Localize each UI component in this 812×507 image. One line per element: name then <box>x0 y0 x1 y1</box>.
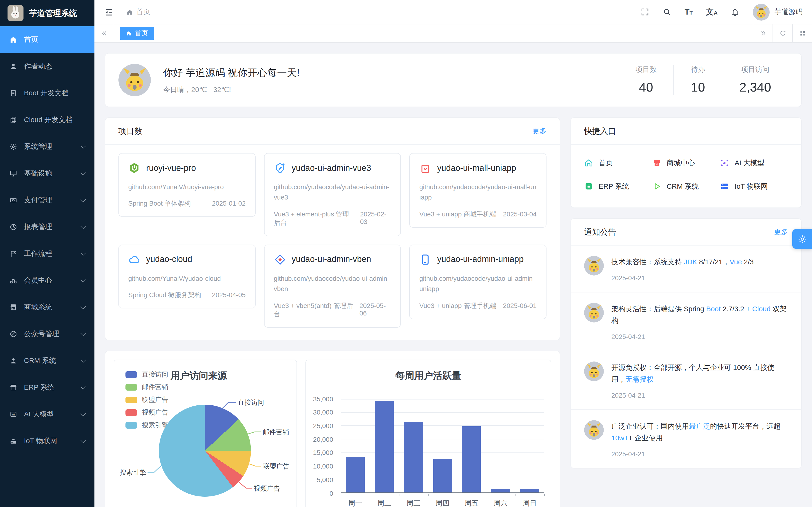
sidebar-item-mall[interactable]: 商城系统 <box>0 294 94 321</box>
project-card-yudao-cloud[interactable]: yudao-cloud github.com/YunaiV/yudao-clou… <box>118 244 255 308</box>
sidebar-item-author[interactable]: 作者动态 <box>0 53 94 80</box>
quick-item-iot[interactable]: IoT 物联网 <box>720 175 788 198</box>
legend-item[interactable]: 邮件营销 <box>125 383 168 391</box>
bicycle-icon <box>9 277 17 284</box>
sidebar-item-iot[interactable]: IoT 物联网 <box>0 428 94 454</box>
sidebar-item-payment[interactable]: 支付管理 <box>0 187 94 214</box>
sidebar-item-system[interactable]: 系统管理 <box>0 133 94 160</box>
main-area: 首页 TT 文A 芋道源码 首页 <box>94 0 812 507</box>
project-card-yudao-ui-admin-vue3[interactable]: yudao-ui-admin-vue3 github.com/yudaocode… <box>264 153 401 236</box>
pie-chart-title: 用户访问来源 <box>170 369 227 382</box>
notice-item[interactable]: 架构灵活性：后端提供 Spring Boot 2.7/3.2 + Cloud 双… <box>571 292 801 351</box>
project-card-yudao-ui-mall-uniapp[interactable]: yudao-ui-mall-uniapp github.com/yudaocod… <box>410 153 547 228</box>
shopping-bag-icon <box>419 162 432 174</box>
sidebar-item-cloud-docs[interactable]: Cloud 开发文档 <box>0 107 94 133</box>
settings-drawer-button[interactable] <box>792 229 812 249</box>
quick-item-ai[interactable]: AI AI 大模型 <box>720 151 788 175</box>
chevron-down-icon <box>81 384 86 389</box>
legend-item[interactable]: 直接访问 <box>125 370 168 379</box>
sidebar-item-member[interactable]: 会员中心 <box>0 267 94 294</box>
ai-icon: AI <box>720 158 729 168</box>
font-size-icon[interactable]: TT <box>684 8 693 16</box>
project-card-yudao-ui-admin-uniapp[interactable]: yudao-ui-admin-uniapp github.com/yudaoco… <box>410 244 547 319</box>
quick-entry-title: 快捷入口 <box>584 125 616 136</box>
tab-options-button[interactable] <box>792 24 812 42</box>
top-header: 首页 TT 文A 芋道源码 <box>94 0 812 24</box>
quick-item-home[interactable]: 首页 <box>584 151 652 175</box>
store-icon <box>9 384 17 392</box>
greeting-card: 你好 芋道源码 祝你开心每一天! 今日晴，20℃ - 32℃! 项目数 40 待… <box>105 53 802 107</box>
bar <box>462 427 481 492</box>
sidebar-item-mp[interactable]: 公众号管理 <box>0 321 94 347</box>
grid-menu-icon <box>799 30 806 37</box>
stat-visits: 项目访问 2,340 <box>722 65 788 95</box>
chevron-down-icon <box>81 357 86 363</box>
phone-icon <box>419 253 432 266</box>
user-name: 芋道源码 <box>774 7 803 16</box>
tabs-scroll-left-button[interactable] <box>94 24 114 42</box>
collapse-sidebar-icon[interactable] <box>104 7 114 17</box>
quick-entry-card: 快捷入口 首页 商城中心 AI <box>570 117 802 208</box>
home-icon <box>126 31 132 36</box>
compass-icon <box>9 330 17 338</box>
chevron-down-icon <box>81 304 86 309</box>
breadcrumb[interactable]: 首页 <box>126 7 150 16</box>
sidebar-item-ai[interactable]: AI AI 大模型 <box>0 401 94 428</box>
notice-date: 2025-04-21 <box>611 333 788 340</box>
legend-item[interactable]: 搜索引擎 <box>125 421 168 429</box>
sidebar-menu: 首页 作者动态 Boot 开发文档 Cloud 开发文档 系统管理 基础设施 <box>0 26 94 507</box>
iot-icon <box>720 182 729 191</box>
notice-item[interactable]: 广泛企业认可：国内使用最广泛的快速开发平台，远超 10w++ 企业使用 2025… <box>571 410 801 468</box>
sidebar-item-workflow[interactable]: 工作流程 <box>0 240 94 267</box>
projects-more-link[interactable]: 更多 <box>532 126 547 135</box>
notice-item[interactable]: 开源免授权：全部开源，个人与企业可 100% 直接使用，无需授权 2025-04… <box>571 351 801 410</box>
legend-item[interactable]: 视频广告 <box>125 408 168 416</box>
x-tick-label: 周一 <box>341 499 370 507</box>
legend-item[interactable]: 联盟广告 <box>125 396 168 404</box>
project-card-yudao-ui-admin-vben[interactable]: yudao-ui-admin-vben github.com/yudaocode… <box>264 244 401 328</box>
sidebar-item-report[interactable]: 报表管理 <box>0 214 94 240</box>
bar-chart-x-ticks <box>341 494 544 496</box>
project-card-ruoyi-vue-pro[interactable]: ruoyi-vue-pro github.com/YunaiV/ruoyi-vu… <box>118 153 255 217</box>
notice-date: 2025-04-21 <box>611 450 788 457</box>
bar <box>491 489 510 492</box>
fullscreen-icon[interactable] <box>641 7 649 16</box>
quick-item-crm[interactable]: CRM 系统 <box>652 175 720 198</box>
app-root: 芋道管理系统 首页 作者动态 Boot 开发文档 Cloud 开发文档 系统管理 <box>0 0 812 507</box>
bell-icon[interactable] <box>731 7 740 16</box>
notice-item[interactable]: 技术兼容性：系统支持 JDK 8/17/21，Vue 2/3 2025-04-2… <box>571 245 801 292</box>
quick-item-erp[interactable]: ERP 系统 <box>584 175 652 198</box>
user-menu[interactable]: 芋道源码 <box>753 3 803 20</box>
notices-list: 技术兼容性：系统支持 JDK 8/17/21，Vue 2/3 2025-04-2… <box>571 245 801 468</box>
search-icon[interactable] <box>663 7 671 16</box>
notice-date: 2025-04-21 <box>611 274 754 281</box>
crm-icon <box>652 182 661 191</box>
tabs-scroll-right-button[interactable] <box>753 24 772 42</box>
quick-item-mall-center[interactable]: 商城中心 <box>652 151 720 175</box>
notices-more-link[interactable]: 更多 <box>774 227 788 236</box>
sidebar-item-infra[interactable]: 基础设施 <box>0 160 94 187</box>
refresh-tab-button[interactable] <box>772 24 792 42</box>
sidebar-item-erp[interactable]: ERP 系统 <box>0 374 94 401</box>
notices-card: 通知公告 更多 技术兼容性：系统支持 JDK 8/17/21，Vue 2/3 2… <box>570 218 802 468</box>
svg-text:AI: AI <box>12 413 14 416</box>
tab-home[interactable]: 首页 <box>120 27 154 40</box>
vue3-icon <box>274 162 286 174</box>
bar-chart-x-axis: 周一周二周三周四周五周六周日 <box>341 499 544 507</box>
sidebar-item-boot-docs[interactable]: Boot 开发文档 <box>0 80 94 107</box>
notice-date: 2025-04-21 <box>611 391 788 399</box>
legend-swatch <box>125 384 137 390</box>
home-icon <box>9 36 17 44</box>
bar <box>346 457 365 492</box>
sidebar-item-home[interactable]: 首页 <box>0 26 94 53</box>
sidebar-item-crm[interactable]: CRM 系统 <box>0 347 94 374</box>
x-tick-label: 周六 <box>486 499 515 507</box>
app-logo[interactable]: 芋道管理系统 <box>0 0 94 26</box>
y-tick-label: 25,000 <box>313 422 333 430</box>
legend-swatch <box>125 371 137 378</box>
svg-text:AI: AI <box>723 161 726 165</box>
pie-chart-card: 用户访问来源 直接访问 邮件营销 联盟广告 视频广告 搜索引擎 <box>114 359 297 507</box>
language-icon[interactable]: 文A <box>706 8 718 16</box>
ai-icon: AI <box>9 410 17 418</box>
y-tick-label: 10,000 <box>313 462 333 470</box>
